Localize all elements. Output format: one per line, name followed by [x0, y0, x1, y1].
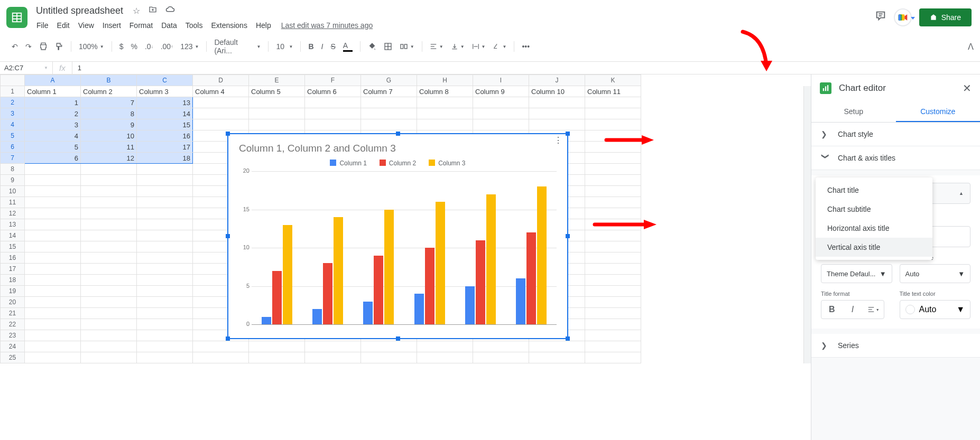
cell[interactable]: 8	[81, 108, 137, 119]
cell[interactable]	[193, 97, 249, 108]
cell[interactable]	[81, 308, 137, 319]
row-header[interactable]: 25	[1, 352, 25, 363]
row-header[interactable]: 10	[1, 186, 25, 197]
strike-icon[interactable]: S	[327, 39, 338, 54]
menu-file[interactable]: File	[33, 19, 52, 32]
cell[interactable]: 6	[25, 153, 81, 164]
col-header[interactable]: G	[361, 75, 417, 86]
cell[interactable]	[81, 241, 137, 252]
cell[interactable]	[473, 352, 529, 363]
row-header[interactable]: 11	[1, 197, 25, 208]
cell[interactable]	[305, 97, 361, 108]
resize-handle[interactable]	[396, 336, 400, 341]
print-icon[interactable]	[36, 39, 51, 54]
cell[interactable]	[137, 330, 193, 341]
cell[interactable]: 11	[81, 142, 137, 153]
resize-handle[interactable]	[566, 336, 570, 341]
cell[interactable]	[25, 330, 81, 341]
chart-object[interactable]: ⋮ Column 1, Column 2 and Column 3 Column…	[227, 133, 568, 339]
row-header[interactable]: 12	[1, 208, 25, 219]
cell[interactable]: 14	[137, 108, 193, 119]
bold-button[interactable]: B	[821, 301, 842, 319]
row-header[interactable]: 15	[1, 241, 25, 252]
cell[interactable]	[81, 252, 137, 264]
halign-dropdown[interactable]: ▼	[427, 40, 447, 53]
menu-view[interactable]: View	[75, 19, 98, 32]
cell[interactable]: Column 9	[473, 86, 529, 97]
col-header[interactable]: E	[249, 75, 305, 86]
menu-data[interactable]: Data	[158, 19, 181, 32]
row-header[interactable]: 22	[1, 319, 25, 330]
opt-vertical-axis-title[interactable]: Vertical axis title	[816, 238, 932, 257]
cell[interactable]	[585, 275, 641, 286]
cell[interactable]: Column 11	[585, 86, 641, 97]
cell[interactable]	[585, 252, 641, 264]
opt-chart-title[interactable]: Chart title	[816, 181, 932, 200]
menu-insert[interactable]: Insert	[99, 19, 125, 32]
borders-icon[interactable]	[381, 39, 395, 54]
cell[interactable]	[473, 341, 529, 352]
cell[interactable]	[81, 208, 137, 219]
row-header[interactable]: 14	[1, 230, 25, 241]
cell[interactable]	[25, 186, 81, 197]
cell[interactable]	[25, 297, 81, 308]
cell[interactable]	[81, 186, 137, 197]
cell[interactable]	[25, 308, 81, 319]
cell[interactable]	[25, 164, 81, 175]
cell[interactable]	[249, 352, 305, 363]
sheets-logo[interactable]	[6, 7, 27, 28]
cell[interactable]	[193, 108, 249, 119]
close-editor-icon[interactable]: ✕	[963, 82, 972, 95]
cell[interactable]	[249, 108, 305, 119]
resize-handle[interactable]	[566, 234, 570, 238]
cell[interactable]	[25, 175, 81, 186]
increase-decimal-icon[interactable]: .00↑	[158, 39, 176, 54]
cell[interactable]	[25, 241, 81, 252]
move-icon[interactable]	[146, 3, 159, 18]
cell[interactable]	[193, 352, 249, 363]
cell[interactable]	[81, 352, 137, 363]
cell[interactable]	[473, 119, 529, 130]
italic-icon[interactable]: I	[318, 39, 327, 54]
col-header[interactable]: F	[305, 75, 361, 86]
row-header[interactable]: 7	[1, 153, 25, 164]
cell[interactable]: 1	[25, 97, 81, 108]
cell[interactable]	[361, 341, 417, 352]
cell[interactable]	[25, 341, 81, 352]
cell[interactable]	[25, 275, 81, 286]
decrease-decimal-icon[interactable]: .0↓	[142, 39, 156, 54]
cell[interactable]	[585, 197, 641, 208]
cell[interactable]	[473, 97, 529, 108]
cell[interactable]	[585, 341, 641, 352]
cell[interactable]	[25, 219, 81, 230]
cell[interactable]	[305, 119, 361, 130]
cell[interactable]	[585, 330, 641, 341]
formula-input[interactable]: 1	[72, 64, 87, 72]
cell[interactable]	[585, 241, 641, 252]
more-toolbar-icon[interactable]: •••	[519, 39, 533, 54]
row-header[interactable]: 16	[1, 252, 25, 264]
cell[interactable]	[137, 297, 193, 308]
cell[interactable]	[81, 175, 137, 186]
cell[interactable]	[137, 252, 193, 264]
cell[interactable]: Column 7	[361, 86, 417, 97]
col-header[interactable]: D	[193, 75, 249, 86]
percent-icon[interactable]: %	[128, 39, 141, 54]
row-header[interactable]: 3	[1, 108, 25, 119]
valign-dropdown[interactable]: ▼	[448, 40, 468, 53]
row-header[interactable]: 2	[1, 97, 25, 108]
cell[interactable]: Column 2	[81, 86, 137, 97]
cell[interactable]	[585, 208, 641, 219]
row-header[interactable]: 6	[1, 142, 25, 153]
cloud-status-icon[interactable]	[163, 4, 177, 17]
cell[interactable]	[585, 153, 641, 164]
section-chart-style[interactable]: ❯ Chart style	[811, 123, 980, 146]
row-header[interactable]: 17	[1, 264, 25, 275]
more-formats-dropdown[interactable]: 123▼	[177, 39, 202, 54]
fx-icon[interactable]: fx	[53, 62, 72, 74]
col-header[interactable]: I	[473, 75, 529, 86]
cell[interactable]	[25, 286, 81, 297]
star-icon[interactable]: ☆	[131, 4, 142, 18]
cell[interactable]: Column 3	[137, 86, 193, 97]
row-header[interactable]: 18	[1, 275, 25, 286]
